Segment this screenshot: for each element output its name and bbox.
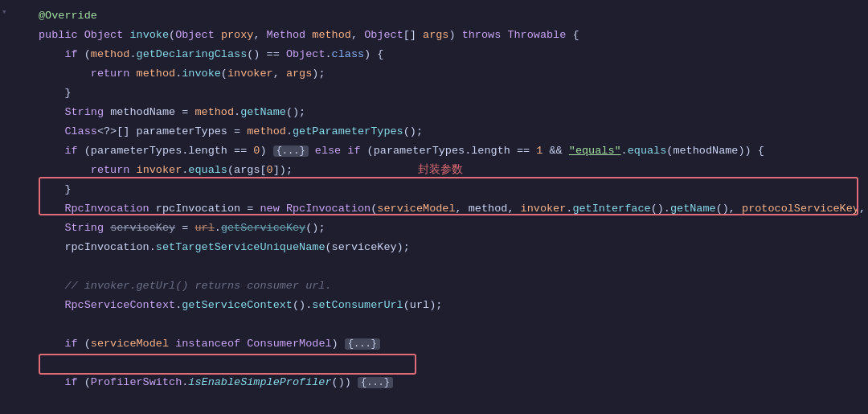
- line-code: Class<?>[] parameterTypes = method.getPa…: [32, 123, 868, 141]
- line-code: [32, 258, 868, 276]
- line-blank1: [0, 257, 868, 277]
- line-code: return method.invoke(invoker, args);: [32, 65, 868, 83]
- line-if-service-model: if (serviceModel instanceof ConsumerMode…: [0, 334, 868, 354]
- line-code: }: [32, 181, 868, 199]
- line-code: if (ProfilerSwitch.isEnableSimpleProfile…: [32, 374, 868, 391]
- line-code: [32, 355, 868, 372]
- line-comment: // invoker.getUrl() returns consumer url…: [0, 277, 868, 296]
- line-code: if (method.getDeclaringClass() == Object…: [32, 46, 868, 64]
- line-if-profiler: if (ProfilerSwitch.isEnableSimpleProfile…: [0, 373, 868, 392]
- line-code: [32, 393, 868, 411]
- line-code: [32, 316, 868, 334]
- line-annotation: @Override: [0, 6, 868, 26]
- line-code: if (serviceModel instanceof ConsumerMode…: [32, 335, 868, 353]
- line-rpc-invocation: RpcInvocation rpcInvocation = new RpcInv…: [0, 199, 868, 219]
- line-code: public Object invoke(Object proxy, Metho…: [32, 27, 868, 44]
- line-string-service-key: String serviceKey = url.getServiceKey();: [0, 219, 868, 238]
- line-code: RpcServiceContext.getServiceContext().se…: [32, 297, 868, 314]
- line-code: rpcInvocation.setTargetServiceUniqueName…: [32, 239, 868, 256]
- line-method-sig: public Object invoke(Object proxy, Metho…: [0, 26, 868, 45]
- line-code: String methodName = method.getName();: [32, 104, 868, 121]
- line-return-invoke: return method.invoke(invoker, args);: [0, 64, 868, 84]
- line-class-params: Class<?>[] parameterTypes = method.getPa…: [0, 122, 868, 141]
- line-code: RpcInvocation rpcInvocation = new RpcInv…: [32, 200, 868, 218]
- line-rpc-set-target: rpcInvocation.setTargetServiceUniqueName…: [0, 238, 868, 257]
- line-blank3: [0, 354, 868, 373]
- line-code: // invoker.getUrl() returns consumer url…: [32, 277, 868, 295]
- line-close1: }: [0, 84, 868, 103]
- annotation-label-1: 封装参数: [418, 162, 463, 177]
- line-blank2: [0, 315, 868, 334]
- code-editor: ▾ @Override public Object invoke(Object …: [0, 0, 868, 414]
- line-close2: }: [0, 180, 868, 199]
- line-string-method: String methodName = method.getName();: [0, 103, 868, 122]
- line-if-declaring: if (method.getDeclaringClass() == Object…: [0, 45, 868, 64]
- line-code: }: [32, 84, 868, 102]
- line-if-params: if (parameterTypes.length == 0) {...} el…: [0, 141, 868, 161]
- line-blank4: [0, 392, 868, 412]
- line-rpc-service-context: RpcServiceContext.getServiceContext().se…: [0, 296, 868, 315]
- line-code: if (parameterTypes.length == 0) {...} el…: [32, 142, 868, 160]
- line-return-equals: return invoker.equals(args[0]); 封装参数: [0, 161, 868, 180]
- line-code: @Override: [32, 7, 868, 25]
- line-code: String serviceKey = url.getServiceKey();: [32, 219, 868, 237]
